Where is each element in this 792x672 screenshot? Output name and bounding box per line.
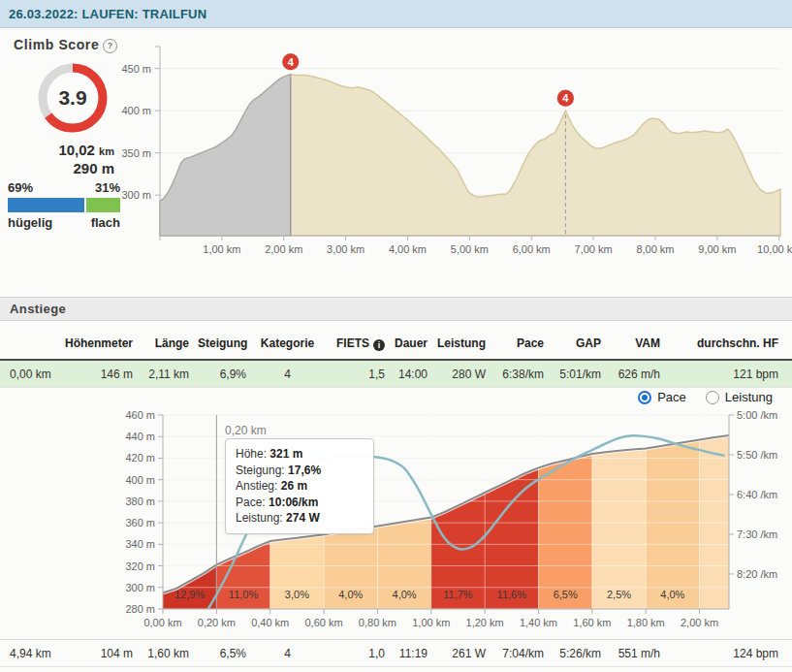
svg-text:4: 4 [288,56,295,68]
fiets-info-icon[interactable]: i [373,339,385,351]
svg-text:8:20 /km: 8:20 /km [737,568,777,580]
svg-text:6,5%: 6,5% [554,589,578,600]
svg-text:0,80 km: 0,80 km [359,617,396,628]
cell: 11:19 [393,640,435,667]
cell: 5:26/km [552,640,609,667]
distance-unit: km [99,145,114,157]
svg-text:6:40 /km: 6:40 /km [737,489,777,500]
cell: 7:04/km [493,640,552,667]
terrain-split-bar [8,198,120,212]
tooltip-row: Steigung: 17,6% [236,463,364,479]
svg-text:9,00 km: 9,00 km [698,243,736,255]
elevation-profile-chart[interactable]: 450 m400 m350 m300 m1,00 km2,00 km3,00 k… [116,35,792,260]
svg-text:11,6%: 11,6% [497,589,527,600]
metric-legend: PaceLeistung [638,390,773,404]
col-header-start [0,328,60,360]
col-header-FIETS: FIETSi [321,328,393,360]
svg-text:4,0%: 4,0% [660,589,684,600]
climb-score-label: Climb Score? [14,37,117,53]
svg-text:1,20 km: 1,20 km [466,617,504,628]
svg-text:7:30 /km: 7:30 /km [737,528,777,540]
cell: 1,60 km [141,640,197,667]
terrain-labels: hügelig flach [8,215,120,230]
legend-option-label: Pace [657,390,686,404]
section-header-anstiege: Anstiege [0,297,792,321]
svg-text:0,20 km: 0,20 km [198,617,236,628]
svg-text:400 m: 400 m [121,105,151,116]
col-header-Dauer: Dauer [393,328,435,360]
col-header-Pace: Pace [493,328,552,360]
svg-text:360 m: 360 m [125,517,155,528]
climb-row[interactable]: 4,94 km104 m1,60 km6,5%41,011:19261 W7:0… [0,640,792,667]
svg-text:4,0%: 4,0% [338,589,363,600]
col-header-Leistung: Leistung [435,328,493,360]
svg-text:1,00 km: 1,00 km [203,243,240,255]
svg-text:450 m: 450 m [121,63,151,75]
svg-text:380 m: 380 m [125,496,155,507]
tooltip-row: Pace: 10:06/km [236,495,364,511]
svg-text:320 m: 320 m [125,560,155,572]
page-title: 26.03.2022: LAUFEN: TRAILFUN [0,0,792,28]
svg-text:11,0%: 11,0% [229,589,259,600]
svg-text:3,00 km: 3,00 km [327,243,364,255]
climb-detail-chart[interactable]: 12,9%11,0%3,0%4,0%4,0%11,7%11,6%6,5%2,5%… [0,384,792,642]
app-page: 26.03.2022: LAUFEN: TRAILFUN Climb Score… [0,0,792,672]
cell: 4 [254,640,321,667]
svg-text:460 m: 460 m [125,409,155,421]
cell: 261 W [435,640,493,667]
col-header-Kategorie: Kategorie [254,328,321,360]
svg-text:1,40 km: 1,40 km [520,617,557,628]
hilly-label: hügelig [8,215,52,230]
total-distance: 10,02 km [8,142,114,158]
svg-text:3,0%: 3,0% [285,589,309,600]
svg-text:0,60 km: 0,60 km [304,617,342,628]
svg-text:4: 4 [562,92,569,104]
col-header-Höhenmeter: Höhenmeter [60,328,141,360]
svg-text:6,00 km: 6,00 km [513,243,551,255]
svg-text:2,00 km: 2,00 km [265,243,302,255]
radio-unselected-icon[interactable] [706,391,719,404]
svg-text:11,7%: 11,7% [443,589,473,600]
svg-text:1,00 km: 1,00 km [412,617,450,628]
elevation-value: 290 [73,160,97,176]
hilly-bar-segment [8,198,84,212]
svg-text:12,9%: 12,9% [174,589,205,600]
svg-text:5:50 /km: 5:50 /km [737,449,777,461]
climb-score-text: Climb Score [14,37,99,52]
tooltip-row: Leistung: 274 W [236,510,364,527]
col-header-Steigung: Steigung [197,328,254,360]
cell: 124 bpm [668,640,792,667]
svg-text:280 m: 280 m [125,603,155,615]
tooltip-distance-label: 0,20 km [225,424,267,437]
chart-tooltip: Höhe: 321 mSteigung: 17,6%Anstieg: 26 mP… [225,438,374,534]
svg-text:4,0%: 4,0% [393,589,417,600]
legend-option-leistung[interactable]: Leistung [706,390,773,404]
radio-selected-icon[interactable] [638,391,651,404]
svg-text:10,00 km: 10,00 km [757,243,792,255]
climbs-table-row2: 4,94 km104 m1,60 km6,5%41,011:19261 W7:0… [0,639,792,667]
svg-text:8,00 km: 8,00 km [636,243,674,255]
tooltip-row: Höhe: 321 m [236,446,364,463]
flat-bar-segment [86,198,120,212]
svg-text:400 m: 400 m [125,474,155,486]
svg-text:440 m: 440 m [125,431,155,442]
svg-text:1,80 km: 1,80 km [627,617,665,628]
legend-option-pace[interactable]: Pace [638,390,686,404]
svg-text:420 m: 420 m [125,452,155,464]
terrain-percentages: 69% 31% [8,180,120,195]
climb-score-value: 3.9 [33,58,112,138]
svg-text:350 m: 350 m [121,147,151,159]
svg-text:5,00 km: 5,00 km [451,243,489,255]
climb-marker-badge[interactable]: 4 [282,53,299,70]
legend-option-label: Leistung [725,390,773,404]
svg-text:2,5%: 2,5% [607,589,631,600]
climbs-table: HöhenmeterLängeSteigungKategorieFIETSiDa… [0,328,792,388]
svg-text:300 m: 300 m [121,189,151,201]
svg-text:1,60 km: 1,60 km [573,617,611,628]
climb-score-gauge: 3.9 [33,58,112,138]
svg-text:0,00 km: 0,00 km [143,617,181,628]
svg-text:2,00 km: 2,00 km [681,617,718,628]
climb-marker-badge[interactable]: 4 [557,90,574,107]
elevation-unit: m [102,160,114,176]
svg-text:0,40 km: 0,40 km [251,617,289,628]
